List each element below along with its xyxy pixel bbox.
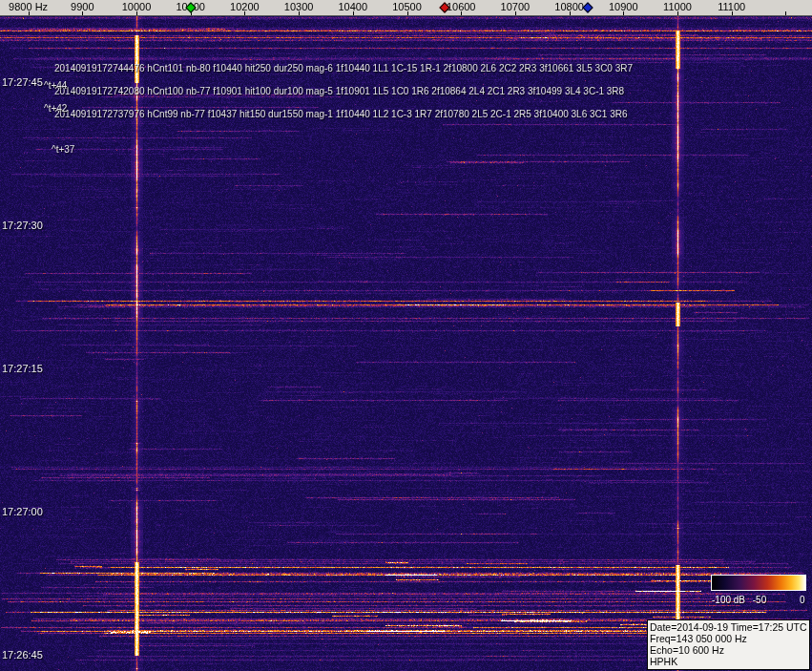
info-box-line: Date=2014-09-19 Time=17:25 UTC [650, 621, 807, 633]
legend-max-label: 0 [800, 595, 805, 605]
ruler-tick-label: 10200 [230, 1, 260, 12]
legend-mid-label: -50 [753, 595, 766, 605]
ruler-tick-label: 11100 [718, 1, 745, 12]
info-box-line: Freq=143 050 000 Hz [650, 633, 807, 644]
ruler-tick-label: 10800 [554, 1, 584, 12]
ruler-tick-label: 10600 [447, 1, 476, 12]
waterfall-canvas [0, 16, 812, 671]
info-box-line: Echo=10 600 Hz [650, 644, 807, 656]
spectrogram-app: 9800 Hz990010000101001020010300104001050… [0, 0, 812, 671]
blue-diamond-marker[interactable] [583, 2, 593, 12]
ruler-tick-label: 10500 [392, 1, 422, 12]
status-info-box: Date=2014-09-19 Time=17:25 UTCFreq=143 0… [647, 619, 810, 670]
ruler-tick [785, 11, 786, 15]
legend-min-label: -100 dB [712, 595, 745, 605]
ruler-tick-label: 9800 Hz [9, 1, 48, 12]
ruler-tick-label: 10000 [122, 1, 152, 12]
frequency-ruler: 9800 Hz990010000101001020010300104001050… [0, 0, 812, 16]
ruler-tick-label: 10900 [609, 1, 638, 12]
ruler-tick-label: 11000 [663, 1, 692, 12]
ruler-tick-label: 10400 [339, 1, 368, 12]
info-box-line: HPHK [650, 656, 807, 667]
ruler-tick-label: 10300 [284, 1, 314, 12]
color-scale-legend [711, 575, 806, 591]
ruler-tick-label: 9900 [71, 1, 94, 12]
ruler-tick-label: 10700 [501, 1, 531, 12]
